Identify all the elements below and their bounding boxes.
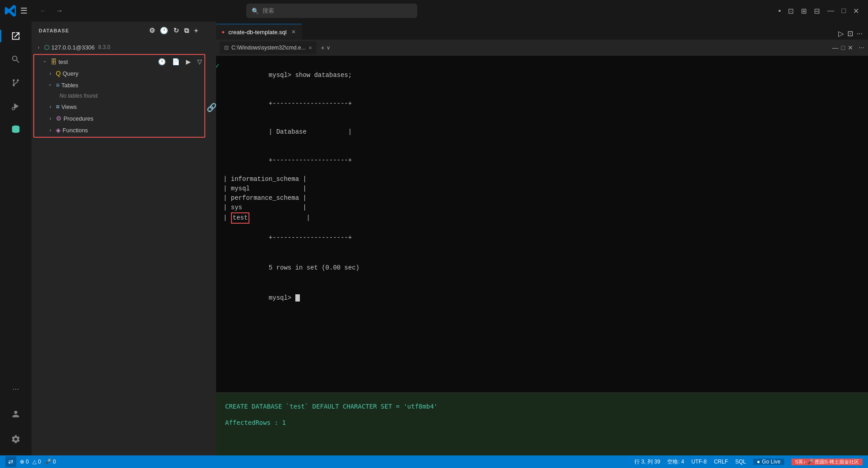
status-encoding[interactable]: UTF-8 xyxy=(692,459,707,465)
terminal-new-tab-button[interactable]: + xyxy=(321,44,325,51)
terminal-close-button[interactable]: ✕ xyxy=(848,44,853,51)
search-bar[interactable]: 🔍 搜索 xyxy=(246,4,417,18)
tab-bar: ● create-db-template.sql ✕ ▷ ⊡ ··· xyxy=(216,22,868,40)
search-icon: 🔍 xyxy=(252,8,259,14)
database-row[interactable]: › 🗄 test 🕐 📄 ▶ ▽ xyxy=(34,56,204,68)
status-spaces[interactable]: 空格: 4 xyxy=(667,458,684,466)
terminal-minimize-button[interactable]: — xyxy=(832,44,838,51)
db-history-btn[interactable]: 🕐 xyxy=(156,57,168,67)
layout-icon-2[interactable]: ⊡ xyxy=(786,5,796,17)
tab-icon: ● xyxy=(222,29,225,35)
status-bar: ⇄ ⊗ 0 △ 0 🎤 0 行 3, 列 39 空格: 4 UTF-8 CRLF… xyxy=(0,455,868,468)
codeium-extension[interactable]: S英♪·🎤·图圆S·稀土掘金社区 xyxy=(791,459,863,465)
settings-action-button[interactable]: ⚙ xyxy=(148,25,157,36)
sql-result-panel: CREATE DATABASE `test` DEFAULT CHARACTER… xyxy=(216,392,868,455)
activity-item-search[interactable] xyxy=(5,49,27,70)
terminal-content[interactable]: ✓ mysql> show databases; +--------------… xyxy=(216,56,868,392)
sidebar-title: DATABASE xyxy=(39,28,69,33)
editor-tab[interactable]: ● create-db-template.sql ✕ xyxy=(216,24,302,40)
hamburger-menu[interactable]: ☰ xyxy=(20,6,27,16)
terminal-line-prompt1: mysql> show databases; xyxy=(223,61,861,90)
close-button[interactable]: ✕ xyxy=(851,5,861,17)
functions-tree-item[interactable]: › ◈ Functions xyxy=(34,124,204,136)
terminal-controls: — □ ✕ xyxy=(832,44,853,51)
db-filter-btn[interactable]: ▽ xyxy=(195,57,204,67)
procedures-tree-item[interactable]: › ⚙ Procedures xyxy=(34,112,204,124)
status-position[interactable]: 行 3, 列 39 xyxy=(634,458,660,466)
database-name: test xyxy=(59,58,154,65)
tables-tree-item[interactable]: › ≡ Tables xyxy=(34,79,204,91)
link-icon-area: 🔗 xyxy=(207,22,216,455)
sidebar-content: › ⬡ 127.0.0.1@3306 8.3.0 › 🗄 test 🕐 📄 ▶ … xyxy=(32,40,207,455)
terminal-line-row-test: | test | xyxy=(223,212,861,224)
sidebar: DATABASE ⚙ 🕐 ↻ ⧉ + › ⬡ 127.0.0.1@3306 8.… xyxy=(32,22,207,455)
restore-button[interactable]: □ xyxy=(840,5,848,17)
nav-back-button[interactable]: ← xyxy=(36,4,50,18)
layout-icon-4[interactable]: ⊟ xyxy=(812,5,822,17)
server-icon: ⬡ xyxy=(44,44,50,51)
connection-version: 8.3.0 xyxy=(98,44,110,50)
activity-item-scm[interactable] xyxy=(5,72,27,94)
terminal-line-border-mid: +--------------------+ xyxy=(223,146,861,175)
more-options-button[interactable]: ··· xyxy=(857,30,863,38)
status-language[interactable]: SQL xyxy=(735,459,746,465)
terminal-line-row-4: | sys | xyxy=(223,203,861,212)
terminal-dropdown-button[interactable]: ∨ xyxy=(326,45,330,51)
terminal-line-header: | Database | xyxy=(223,118,861,146)
history-action-button[interactable]: 🕐 xyxy=(158,25,170,36)
status-mic[interactable]: 🎤 0 xyxy=(45,459,56,465)
terminal-tab-cmd[interactable]: ⊡ C:\Windows\system32\cmd.e... ✕ xyxy=(220,41,316,54)
views-tree-item[interactable]: › ≡ Views xyxy=(34,101,204,112)
activity-bar-bottom: ··· xyxy=(5,378,27,455)
activity-item-explorer[interactable] xyxy=(5,25,27,47)
activity-item-settings[interactable] xyxy=(5,428,27,450)
copy-action-button[interactable]: ⧉ xyxy=(183,25,191,36)
terminal-more-button[interactable]: ··· xyxy=(859,44,864,52)
activity-item-more[interactable]: ··· xyxy=(5,378,27,400)
terminal-tab-label: C:\Windows\system32\cmd.e... xyxy=(231,45,306,51)
tables-arrow: › xyxy=(47,81,54,89)
status-sync-button[interactable]: ⇄ xyxy=(5,456,16,467)
terminal-tab-bar: ⊡ C:\Windows\system32\cmd.e... ✕ + ∨ — □… xyxy=(216,40,868,56)
functions-icon: ◈ xyxy=(56,126,61,134)
activity-item-database[interactable] xyxy=(5,119,27,140)
functions-label: Functions xyxy=(63,127,88,134)
split-editor-button[interactable]: ⊡ xyxy=(847,29,853,38)
db-highlighted-section: › 🗄 test 🕐 📄 ▶ ▽ › Q Query › ≡ xyxy=(33,54,205,138)
terminal-tab-icon: ⊡ xyxy=(224,45,229,51)
run-button[interactable]: ▷ xyxy=(838,29,844,38)
status-bar-left: ⇄ ⊗ 0 △ 0 🎤 0 xyxy=(5,456,56,467)
terminal-content-inner: ✓ mysql> show databases; +--------------… xyxy=(223,61,861,312)
refresh-action-button[interactable]: ↻ xyxy=(172,25,181,36)
connection-label: 127.0.0.1@3306 xyxy=(51,44,95,51)
procedures-arrow: › xyxy=(47,115,54,122)
status-errors[interactable]: ⊗ 0 xyxy=(20,459,29,465)
query-tree-item[interactable]: › Q Query xyxy=(34,68,204,79)
nav-forward-button[interactable]: → xyxy=(52,4,67,18)
status-line-ending[interactable]: CRLF xyxy=(714,459,728,465)
db-newfile-btn[interactable]: 📄 xyxy=(170,57,182,67)
activity-item-run[interactable] xyxy=(5,95,27,117)
sql-result-text: CREATE DATABASE `test` DEFAULT CHARACTER… xyxy=(225,400,859,429)
add-action-button[interactable]: + xyxy=(193,25,200,36)
affected-rows-text: AffectedRows : 1 xyxy=(225,416,859,429)
layout-toggle-icon[interactable]: ▪ xyxy=(777,5,783,17)
db-run-btn[interactable]: ▶ xyxy=(184,57,193,67)
tab-close-button[interactable]: ✕ xyxy=(290,28,297,36)
chain-link-icon: 🔗 xyxy=(207,103,217,112)
activity-item-account[interactable] xyxy=(5,403,27,425)
terminal-restore-button[interactable]: □ xyxy=(841,44,845,51)
activity-bar: ··· xyxy=(0,22,32,455)
go-live-button[interactable]: ● Go Live xyxy=(753,459,784,465)
cursor-blink xyxy=(295,294,300,302)
svg-point-2 xyxy=(13,79,15,81)
connection-row[interactable]: › ⬡ 127.0.0.1@3306 8.3.0 xyxy=(32,41,207,53)
main-layout: ··· DATABASE ⚙ 🕐 ↻ ⧉ + xyxy=(0,22,868,455)
terminal-tab-close-button[interactable]: ✕ xyxy=(308,45,312,50)
db-expand-arrow: › xyxy=(41,58,49,65)
test-row-highlight: test xyxy=(231,212,250,224)
layout-icon-3[interactable]: ⊞ xyxy=(799,5,809,17)
status-warnings[interactable]: △ 0 xyxy=(32,459,41,465)
minimize-button[interactable]: — xyxy=(825,5,836,17)
titlebar-nav: ← → xyxy=(36,4,67,18)
